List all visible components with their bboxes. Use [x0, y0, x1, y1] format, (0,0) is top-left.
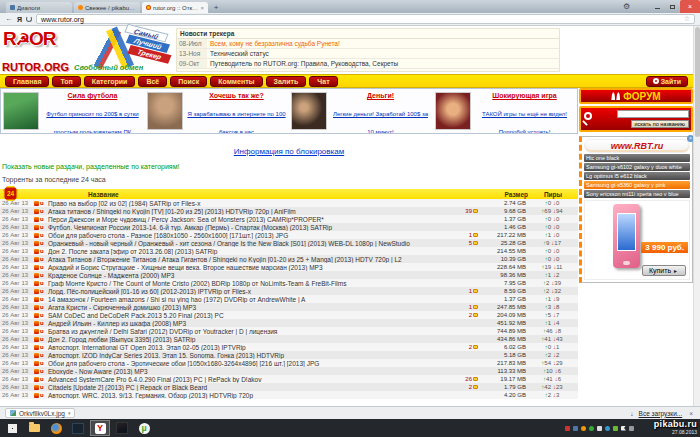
torrent-row[interactable]: 26 Авг 13 Право на выбор [02 из 02] (198… — [0, 199, 578, 207]
torrent-title-link[interactable]: Обои для рабочего стола - Эротические об… — [48, 360, 454, 367]
torrent-row[interactable]: 26 Авг 13 Автоспорт. IZOD IndyCar Series… — [0, 351, 578, 359]
ad-banner[interactable]: Деньги! Легкие деньги! Заработай 100$ за… — [289, 89, 433, 133]
magnet-icon[interactable] — [40, 273, 44, 278]
login-button[interactable]: Зайти — [646, 76, 688, 87]
magnet-icon[interactable] — [40, 233, 44, 238]
ad-banner[interactable]: Сила футбола Футбол приносит по 200$ в с… — [1, 89, 145, 133]
magnet-icon[interactable] — [40, 337, 44, 342]
taskbar-app-icon[interactable] — [68, 420, 88, 436]
torrent-title-link[interactable]: Футбол. Чемпионат России 2013-14. 6-й ту… — [48, 224, 454, 231]
bookmark-star-icon[interactable]: ☆ — [684, 15, 690, 23]
magnet-icon[interactable] — [40, 297, 44, 302]
news-link[interactable]: Всем, кому не безразлична судьба Рунета! — [207, 39, 343, 48]
torrent-row[interactable]: 26 Авг 13 Автоспорт. WRC. 2013. 9/13. Ге… — [0, 391, 578, 399]
tray-icon[interactable] — [565, 426, 570, 431]
magnet-icon[interactable] — [40, 377, 44, 382]
torrent-row[interactable]: 26 Авг 13 Advanced SystemCare Pro 6.4.0.… — [0, 375, 578, 383]
tray-icon[interactable] — [629, 426, 634, 431]
taskbar-app-icon[interactable] — [2, 420, 22, 436]
torrent-title-link[interactable]: SAM CoDeC and DeCoDeR Pack.2013 5.20 Fin… — [48, 312, 454, 319]
show-new-releases-link[interactable]: Показать новые раздачи, разделенные по к… — [2, 163, 576, 170]
torrent-row[interactable]: 26 Авг 13 Перси Джексон и Море чудовищ /… — [0, 215, 578, 223]
tray-icon[interactable] — [621, 426, 626, 431]
magnet-icon[interactable] — [40, 329, 44, 334]
magnet-icon[interactable] — [40, 201, 44, 206]
torrent-title-link[interactable]: Агата Кристи - Скрюченный домишко (2013)… — [48, 304, 454, 311]
rbt-product-link[interactable]: Samsung gt-s6102 galaxy y duos white — [584, 163, 690, 171]
search-by-name-button[interactable]: искать по названию — [631, 120, 689, 128]
tray-icon[interactable] — [573, 426, 578, 431]
torrent-row[interactable]: 26 Авг 13 Обои для рабочего стола - Эрот… — [0, 359, 578, 367]
magnet-icon[interactable] — [40, 225, 44, 230]
torrent-row[interactable]: 26 Авг 13 Дон 2. Город любви [Выпуск 339… — [0, 335, 578, 343]
download-icon[interactable] — [34, 393, 39, 398]
download-icon[interactable] — [34, 289, 39, 294]
taskbar-app-icon[interactable] — [24, 420, 44, 436]
download-icon[interactable] — [34, 361, 39, 366]
torrent-row[interactable]: 26 Авг 13 Аркадий и Борис Стругацкие - Х… — [0, 263, 578, 271]
torrent-title-link[interactable]: Лорд. Пёс-полицейский [01-16 из 60] (201… — [48, 288, 454, 295]
download-icon[interactable] — [34, 225, 39, 230]
torrent-title-link[interactable]: Advanced SystemCare Pro 6.4.0.290 Final … — [48, 376, 454, 383]
torrent-comments[interactable]: 1 — [454, 288, 478, 294]
torrent-comments[interactable]: 5 — [454, 240, 478, 246]
torrent-row[interactable]: 26 Авг 13 SAM CoDeC and DeCoDeR Pack.201… — [0, 311, 578, 319]
magnet-icon[interactable] — [40, 305, 44, 310]
nav-button[interactable]: Главная — [5, 76, 49, 87]
magnet-icon[interactable] — [40, 209, 44, 214]
rbt-product-link[interactable]: Samsung gt-s5360 galaxy y pink — [584, 181, 690, 189]
download-icon[interactable] — [34, 257, 39, 262]
torrent-row[interactable]: 26 Авг 13 Агата Кристи - Скрюченный доми… — [0, 303, 578, 311]
torrent-row[interactable]: 26 Авг 13 Citadels [Update 2] (2013) PC … — [0, 383, 578, 391]
download-icon[interactable] — [34, 209, 39, 214]
forum-banner[interactable]: ФОРУМ — [579, 88, 693, 104]
ad-banner[interactable]: Хочешь так же? Я зарабатываю в интернете… — [145, 89, 289, 133]
nav-button[interactable]: Поиск — [170, 76, 207, 87]
magnet-icon[interactable] — [40, 393, 44, 398]
torrent-title-link[interactable]: Краденое Солнце - Маджента (2000) MP3 — [48, 272, 454, 279]
news-item[interactable]: 08-Июл Всем, кому не безразлична судьба … — [177, 39, 559, 49]
torrent-row[interactable]: 26 Авг 13 Атака титанов / Shingeki no Ky… — [0, 207, 578, 215]
torrent-title-link[interactable]: Автоспорт. IZOD IndyCar Series 2013. Эта… — [48, 352, 454, 359]
torrent-row[interactable]: 26 Авг 13 Братва из джунглей / Delhi Saf… — [0, 327, 578, 335]
buy-button[interactable]: Купить — [642, 265, 686, 276]
torrent-title-link[interactable]: Дон 2. После заката [эфир от 2013.26.08]… — [48, 248, 454, 255]
minimize-button[interactable] — [650, 0, 665, 13]
ad-text-link[interactable]: ТАКОЙ игры ты ещё не видел! Попробуй уст… — [482, 111, 567, 133]
rbt-product-link[interactable]: Sony ericsson mt11i xperia neo v blue — [584, 190, 690, 198]
torrent-comments[interactable]: 2 — [454, 384, 478, 390]
download-icon[interactable] — [34, 281, 39, 286]
download-icon[interactable] — [34, 345, 39, 350]
download-icon[interactable] — [34, 273, 39, 278]
download-icon[interactable] — [34, 369, 39, 374]
download-icon[interactable] — [34, 377, 39, 382]
taskbar-app-icon[interactable] — [46, 420, 66, 436]
torrent-title-link[interactable]: Аркадий и Борис Стругацкие - Хищные вещи… — [48, 264, 454, 271]
blocking-info-link[interactable]: Информация по блокировкам — [234, 147, 344, 156]
torrent-title-link[interactable]: Citadels [Update 2] (2013) PC | Repack о… — [48, 384, 454, 391]
tray-icon[interactable] — [589, 426, 594, 431]
torrent-comments[interactable]: 2 — [454, 312, 478, 318]
download-icon[interactable] — [34, 249, 39, 254]
download-icon[interactable] — [34, 353, 39, 358]
magnet-icon[interactable] — [40, 265, 44, 270]
torrent-comments[interactable]: 26 — [454, 376, 478, 382]
download-icon[interactable] — [34, 201, 39, 206]
ad-banner[interactable]: Шокирующая игра ТАКОЙ игры ты ещё не вид… — [433, 89, 577, 133]
all-downloads-link[interactable]: Все загрузки... — [639, 410, 683, 417]
browser-tab[interactable]: Диалоги × — [6, 2, 72, 13]
refresh-icon[interactable] — [26, 16, 32, 22]
torrent-title-link[interactable]: Оранжевый - новый черный / Оранжевый - х… — [48, 240, 454, 247]
downloaded-file-chip[interactable]: Orkvfllkv0Lx.jpg ▾ — [5, 408, 75, 418]
torrent-comments[interactable]: 39 — [454, 208, 478, 214]
download-icon[interactable] — [34, 217, 39, 222]
download-bar-close-icon[interactable]: × — [687, 410, 695, 417]
browser-tab[interactable]: Свежее / pikabu.ru - × — [74, 2, 140, 13]
download-icon[interactable] — [34, 265, 39, 270]
torrent-title-link[interactable]: Дон 2. Город любви [Выпуск 3395] (2013) … — [48, 336, 454, 343]
torrent-title-link[interactable]: Автоспорт. WRC. 2013. 9/13. Германия. Об… — [48, 392, 454, 399]
torrent-row[interactable]: 26 Авг 13 Андрей Ильин - Киллер из шкафа… — [0, 319, 578, 327]
magnet-icon[interactable] — [40, 345, 44, 350]
download-icon[interactable] — [34, 329, 39, 334]
magnet-icon[interactable] — [40, 369, 44, 374]
